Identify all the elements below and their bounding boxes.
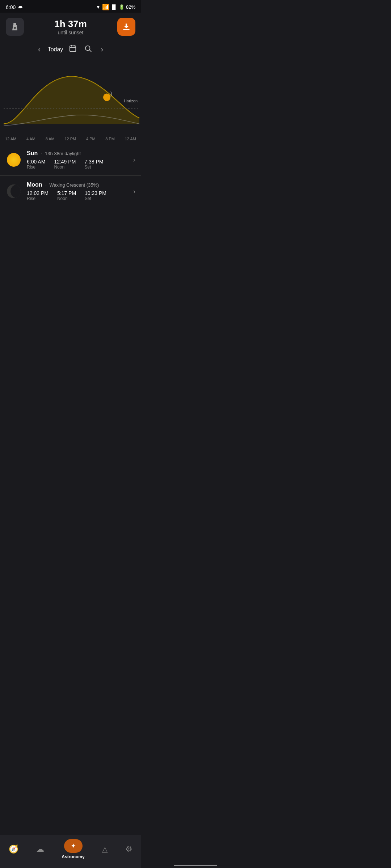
sun-chart: ) Horizon xyxy=(0,59,141,135)
sun-rise-value: 6:00 AM xyxy=(27,159,45,165)
sun-set-label: Set xyxy=(84,165,103,170)
sun-noon-value: 12:49 PM xyxy=(54,159,76,165)
search-button[interactable] xyxy=(83,43,93,56)
time-tick-6: 12 AM xyxy=(125,137,136,141)
sun-title-row: Sun · 13h 38m daylight xyxy=(27,150,128,157)
header-center: 1h 37m until sunset xyxy=(54,18,87,35)
svg-point-1 xyxy=(14,27,16,29)
moon-noon-label: Noon xyxy=(57,196,76,201)
current-date-label: Today xyxy=(48,46,63,53)
svg-rect-3 xyxy=(70,46,76,52)
sun-noon-label: Noon xyxy=(54,165,76,170)
date-nav: ‹ Today › xyxy=(0,39,141,59)
moon-rise-entry: 12:02 PM Rise xyxy=(27,190,49,201)
svg-rect-0 xyxy=(13,23,16,25)
calendar-button[interactable] xyxy=(67,43,78,56)
header: 1h 37m until sunset xyxy=(0,13,141,39)
time-tick-0: 12 AM xyxy=(5,137,16,141)
sun-times: 6:00 AM Rise 12:49 PM Noon 7:38 PM Set xyxy=(27,159,128,170)
sun-set-value: 7:38 PM xyxy=(84,159,103,165)
download-button[interactable] xyxy=(117,18,135,36)
next-arrow-icon: › xyxy=(101,45,103,53)
search-icon xyxy=(84,44,92,52)
countdown-timer: 1h 37m xyxy=(54,18,87,30)
flashlight-icon xyxy=(10,22,19,31)
moon-icon xyxy=(6,183,22,199)
moon-dot: · xyxy=(45,182,47,188)
time-axis: 12 AM 4 AM 8 AM 12 PM 4 PM 8 PM 12 AM xyxy=(0,135,141,144)
time-tick-4: 4 PM xyxy=(86,137,96,141)
weather-status-icon: 🌧 xyxy=(18,4,23,10)
prev-day-button[interactable]: ‹ xyxy=(35,44,43,55)
svg-point-11 xyxy=(103,94,110,101)
sun-desc: 13h 38m daylight xyxy=(45,151,81,156)
sun-noon-entry: 12:49 PM Noon xyxy=(54,159,76,170)
moon-set-label: Set xyxy=(85,196,106,201)
moon-times: 12:02 PM Rise 5:17 PM Noon 10:23 PM Set xyxy=(27,190,128,201)
svg-text:): ) xyxy=(110,90,112,96)
prev-arrow-icon: ‹ xyxy=(38,45,41,53)
time-tick-1: 4 AM xyxy=(26,137,35,141)
sun-name: Sun xyxy=(27,150,38,157)
time-tick-5: 8 PM xyxy=(105,137,115,141)
svg-point-7 xyxy=(85,46,90,51)
sun-rise-entry: 6:00 AM Rise xyxy=(27,159,45,170)
signal-icon: ▐▌ xyxy=(111,4,117,10)
moon-shape xyxy=(7,184,21,198)
moon-rise-value: 12:02 PM xyxy=(27,190,49,196)
battery-percent: 82% xyxy=(126,4,135,10)
moon-noon-entry: 5:17 PM Noon xyxy=(57,190,76,201)
moon-desc: Waxing Crescent (35%) xyxy=(50,182,99,188)
status-time: 6:00 xyxy=(6,4,16,10)
wifi-icon: ▼ xyxy=(96,4,101,10)
sun-dot: · xyxy=(41,150,42,156)
sun-circle xyxy=(7,153,21,167)
moon-noon-value: 5:17 PM xyxy=(57,190,76,196)
moon-set-entry: 10:23 PM Set xyxy=(85,190,106,201)
time-tick-2: 8 AM xyxy=(46,137,55,141)
flashlight-button[interactable] xyxy=(6,18,24,36)
sun-row[interactable]: Sun · 13h 38m daylight 6:00 AM Rise 12:4… xyxy=(0,144,141,175)
moon-row[interactable]: Moon · Waxing Crescent (35%) 12:02 PM Ri… xyxy=(0,176,141,207)
sun-arc-chart: ) xyxy=(0,59,141,135)
status-icons: ▼ 📶 ▐▌ 🔋 82% xyxy=(96,4,135,10)
svg-line-8 xyxy=(89,50,92,52)
sun-icon xyxy=(6,152,22,168)
moon-rise-label: Rise xyxy=(27,196,49,201)
download-icon xyxy=(122,22,131,31)
wifi-icon2: 📶 xyxy=(102,4,109,10)
time-tick-3: 12 PM xyxy=(64,137,76,141)
next-day-button[interactable]: › xyxy=(98,44,106,55)
moon-info: Moon · Waxing Crescent (35%) 12:02 PM Ri… xyxy=(27,182,128,201)
calendar-icon xyxy=(69,44,77,52)
moon-row-arrow: › xyxy=(133,188,135,195)
sun-set-entry: 7:38 PM Set xyxy=(84,159,103,170)
moon-name: Moon xyxy=(27,182,42,188)
svg-rect-2 xyxy=(123,29,129,30)
moon-set-value: 10:23 PM xyxy=(85,190,106,196)
moon-title-row: Moon · Waxing Crescent (35%) xyxy=(27,182,128,188)
sun-info: Sun · 13h 38m daylight 6:00 AM Rise 12:4… xyxy=(27,150,128,170)
status-bar: 6:00 🌧 ▼ 📶 ▐▌ 🔋 82% xyxy=(0,0,141,13)
battery-icon: 🔋 xyxy=(119,4,125,10)
sun-row-arrow: › xyxy=(133,156,135,164)
horizon-label: Horizon xyxy=(124,99,138,103)
countdown-subtitle: until sunset xyxy=(54,30,87,35)
sun-rise-label: Rise xyxy=(27,165,45,170)
